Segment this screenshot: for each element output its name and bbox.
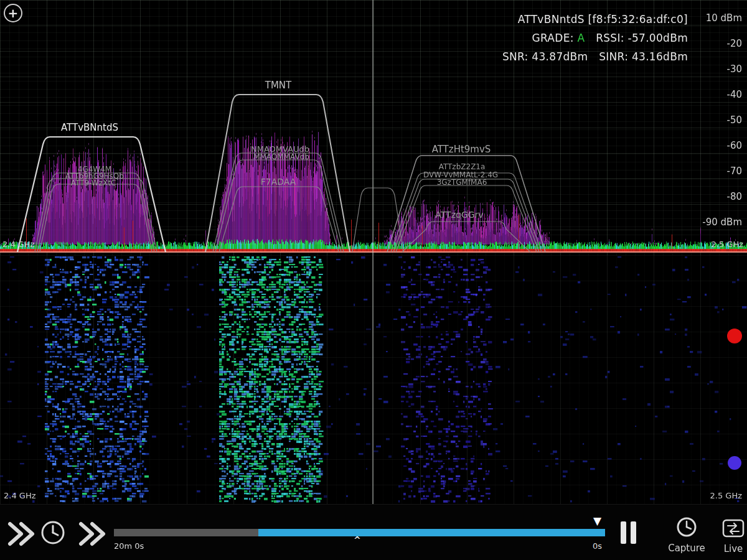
network-label: F7ADAA — [261, 177, 296, 187]
elapsed-time-label: 20m 0s — [114, 541, 144, 551]
pause-icon — [620, 521, 637, 544]
grade-label: GRADE: — [532, 32, 573, 44]
network-label: ATTzHt9mvS — [432, 144, 491, 155]
dbm-axis-label: -70 — [727, 166, 743, 177]
dbm-axis-label: -60 — [727, 140, 743, 151]
dbm-axis-label: -30 — [727, 63, 743, 75]
dbm-axis-label: -20 — [727, 38, 743, 49]
network-channel-shape — [17, 137, 166, 252]
snr-sinr-line: SNR: 43.87dBm SINR: 43.16dBm — [502, 47, 688, 66]
plus-icon: + — [8, 6, 19, 21]
network-overlay[interactable]: F7ADAA — [219, 177, 339, 252]
dbm-axis-label: 10 dBm — [706, 12, 742, 24]
center-frequency-line — [372, 255, 374, 504]
dbm-axis-label: -80 — [727, 191, 743, 202]
time-window-button[interactable] — [40, 520, 66, 548]
rssi-value: -57.00dBm — [627, 32, 688, 44]
live-button-label: Live — [719, 543, 747, 554]
double-chevron-icon — [6, 520, 35, 548]
network-label: ATTzbZ2Z1a — [439, 162, 486, 171]
add-button[interactable]: + — [4, 4, 22, 22]
fast-forward-button-1[interactable] — [6, 520, 35, 550]
network-label: ATT9-WzXtC — [71, 179, 116, 187]
dbm-axis: 10 dBm-20-30-40-50-60-70-80-90 dBm — [685, 0, 747, 255]
end-time-label: 0s — [593, 541, 602, 551]
timeline-center-marker: ^ — [354, 535, 361, 545]
grade-value: A — [577, 32, 585, 44]
network-label: ATTzqGGrv — [435, 210, 483, 220]
waterfall-freq-left-label: 2.4 GHz — [4, 491, 35, 500]
dbm-axis-label: -50 — [727, 114, 743, 126]
fast-forward-button-2[interactable] — [77, 520, 106, 550]
network-info-panel: ATTvBNntdS [f8:f5:32:6a:df:c0] GRADE: A … — [502, 10, 688, 66]
network-channel-shape — [215, 160, 341, 252]
live-button[interactable]: Live — [719, 518, 747, 554]
network-channel-shape — [219, 187, 339, 252]
network-ssid-bssid: ATTvBNntdS [f8:f5:32:6a:df:c0] — [502, 10, 688, 29]
spectrum-freq-right-label: 2.5 GHz — [712, 240, 743, 249]
network-channel-shape — [40, 184, 152, 252]
capture-button-label: Capture — [662, 543, 712, 554]
red-marker-dot[interactable] — [727, 329, 742, 343]
double-chevron-icon — [77, 520, 106, 548]
blue-marker-dot[interactable] — [728, 456, 741, 470]
spectrum-panel[interactable]: 4G4W4MATTb9hG9HsQbATT9-WzXtCNMAOMVAUdbMM… — [0, 0, 747, 255]
waterfall-freq-right-label: 2.5 GHz — [710, 491, 742, 500]
snr-label: SNR: — [502, 50, 529, 63]
network-label: 3GzTGMfMA6 — [437, 178, 487, 187]
network-channel-shape — [35, 179, 157, 252]
network-channel-shape — [402, 222, 530, 252]
network-overlay[interactable]: ATTzHt9mvS — [387, 144, 545, 252]
playback-controls: ▼ ^ 20m 0s 0s Capture Live — [0, 504, 747, 560]
spectrum-freq-left-label: 2.4 GHz — [2, 240, 34, 249]
snr-value: 43.87dBm — [532, 50, 588, 63]
capture-clock-icon — [675, 516, 698, 538]
rssi-label: RSSI: — [596, 32, 624, 44]
capture-button[interactable]: Capture — [662, 516, 712, 554]
live-icon — [721, 518, 746, 538]
network-channel-shape — [352, 188, 403, 252]
network-overlay[interactable]: TMNT — [205, 80, 350, 252]
pause-button[interactable] — [620, 521, 637, 547]
network-label: TMNT — [265, 80, 292, 91]
network-overlay[interactable] — [352, 188, 403, 252]
network-overlay[interactable]: MMAQMMAVdb — [215, 152, 341, 252]
waterfall-panel[interactable]: 2.4 GHz 2.5 GHz — [0, 255, 747, 504]
timeline-progress-fill[interactable] — [258, 529, 605, 536]
network-label: ATTvBNntdS — [61, 122, 118, 133]
sinr-value: 43.16dBm — [632, 50, 688, 63]
dbm-axis-label: -90 dBm — [702, 217, 742, 228]
grade-rssi-line: GRADE: A RSSI: -57.00dBm — [502, 29, 688, 47]
network-overlay[interactable]: ATTzqGGrv — [402, 210, 530, 252]
playhead-marker[interactable]: ▼ — [593, 515, 601, 527]
network-channel-shape — [205, 95, 350, 252]
network-label: MMAQMMAVdb — [253, 152, 309, 161]
clock-icon — [40, 520, 66, 546]
sinr-label: SINR: — [599, 50, 628, 63]
waterfall-canvas — [0, 255, 747, 504]
dbm-axis-label: -40 — [727, 89, 743, 100]
network-overlay[interactable]: ATT9-WzXtC — [40, 179, 152, 252]
spectrum-analyzer-app: 4G4W4MATTb9hG9HsQbATT9-WzXtCNMAOMVAUdbMM… — [0, 0, 747, 560]
